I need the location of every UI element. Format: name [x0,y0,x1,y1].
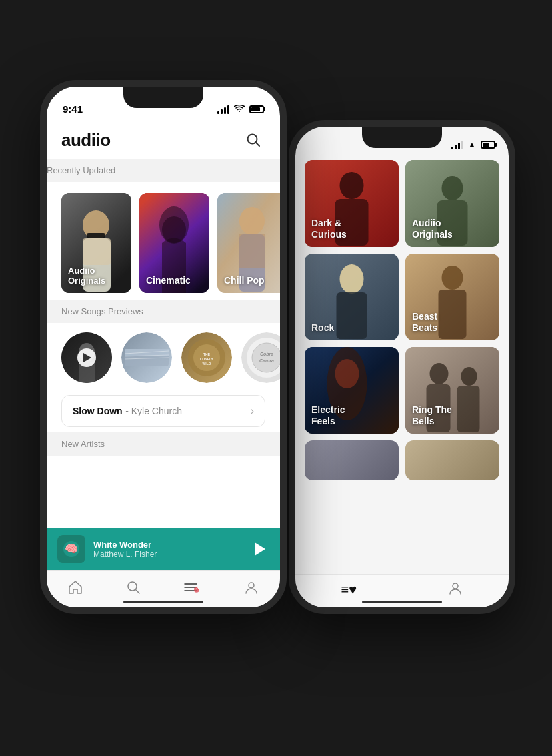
signal-bar-3 [458,143,460,149]
song-separator: - [125,406,131,416]
signal-bar-4 [461,141,463,149]
sb3 [224,107,226,114]
genre-card-electric-feels[interactable]: Electric Feels [305,347,399,434]
signal-bar-1 [451,147,453,149]
svg-point-63 [249,583,254,588]
svg-text:🧠: 🧠 [65,542,78,555]
dark-curious-label: Dark & Curious [311,218,347,240]
front-phone: 9:41 audiio [40,80,287,614]
battery-fill [251,107,260,111]
rock-label: Rock [311,322,334,334]
song-info: Slow Down - Kyle Church [73,405,182,417]
artists-spacer [47,456,280,536]
player-play-triangle [255,542,265,556]
svg-rect-11 [439,290,467,339]
back-nav-profile[interactable] [440,578,471,601]
home-icon [68,580,83,595]
preview-2[interactable] [121,332,172,383]
back-extra-card-2 [405,440,499,480]
back-phone: ▲ [289,120,515,614]
wifi-icon [234,104,245,115]
svg-rect-34 [239,234,265,268]
song-chevron: › [251,405,254,417]
battery [249,105,264,113]
preview-1[interactable] [61,332,112,383]
sb2 [221,109,223,114]
cards-row: Audiio Originals [47,182,280,300]
signal-bars [217,105,229,114]
card-cinematic[interactable]: Cinematic [139,193,209,293]
nav-profile[interactable] [236,577,267,597]
back-battery [481,141,495,149]
svg-rect-27 [83,238,111,265]
ring-the-bells-label: Ring The Bells [412,404,452,427]
card-audiio-label: Audiio Originals [68,266,131,286]
back-home-indicator [362,601,442,603]
card-chill-pop-label: Chill Pop [224,275,265,286]
genre-grid: Dark & Curious [295,153,509,440]
genre-card-beast-beats[interactable]: Beast Beats [405,254,499,340]
back-phone-content: ▲ [295,127,509,607]
svg-point-7 [340,264,364,294]
svg-line-22 [256,143,260,147]
sb4 [227,105,229,114]
svg-text:THE: THE [203,352,211,356]
back-wifi-icon: ▲ [468,140,476,149]
card-audiio-originals[interactable]: Audiio Originals [61,193,131,293]
genre-card-audiio-originals-back[interactable]: Audiio Originals [405,160,499,247]
player-thumbnail: 🧠 [57,535,85,563]
new-songs-label: New Songs Previews [47,300,280,323]
player-track: White Wonder [93,540,240,550]
app-header: audiio [47,119,280,159]
song-title: Slow Down [73,406,123,416]
card-chill-pop[interactable]: Chill Pop [217,193,280,293]
genre-card-ring-the-bells[interactable]: Ring The Bells [405,347,499,434]
svg-point-16 [430,363,449,384]
app-title: audiio [61,130,111,151]
new-artists-label: New Artists [47,432,280,456]
bottom-player[interactable]: 🧠 White Wonder Matthew L. Fisher [47,528,280,570]
back-battery-fill [483,143,489,147]
svg-point-52 [252,343,280,372]
electric-feels-label: Electric Feels [311,404,345,427]
svg-point-4 [442,176,463,200]
back-partial-row [295,440,509,480]
back-library-icon: ≡♥ [341,582,357,597]
audiio-originals-back-label: Audiio Originals [412,218,453,240]
svg-text:Camra: Camra [259,358,274,363]
back-notch [362,127,442,148]
back-nav-library[interactable]: ≡♥ [333,579,365,600]
search-nav-icon [126,580,141,595]
play-triangle-1 [83,353,91,362]
recently-updated-label: Recently Updated [47,159,280,182]
song-artist: Kyle Church [131,406,182,416]
preview-3[interactable]: THE LONELY WILD [181,332,232,383]
front-notch [123,87,203,108]
nav-search[interactable] [118,577,149,597]
nav-home[interactable] [60,577,91,597]
previews-row: THE LONELY WILD Cobra Camra [47,323,280,390]
back-extra-card-1 [305,440,399,480]
back-status-icons: ▲ [451,140,495,149]
back-signal-bars [451,141,463,149]
play-overlay-1 [77,348,96,367]
beast-beats-label: Beast Beats [412,311,437,334]
svg-text:LONELY: LONELY [200,357,213,361]
nav-library[interactable] [175,577,209,597]
search-button[interactable] [241,128,265,152]
card-cinematic-label: Cinematic [146,275,191,286]
player-play-button[interactable] [248,538,269,560]
svg-point-32 [239,207,265,235]
now-playing-row[interactable]: Slow Down - Kyle Church › [61,395,265,427]
genre-card-dark-curious[interactable]: Dark & Curious [305,160,399,247]
svg-point-14 [335,359,359,388]
genre-card-rock[interactable]: Rock [305,254,399,340]
preview-4[interactable]: Cobra Camra [241,332,280,383]
player-info: White Wonder Matthew L. Fisher [93,540,240,559]
signal-bar-2 [455,145,457,149]
svg-text:Cobra: Cobra [260,352,273,356]
svg-point-20 [453,583,458,589]
svg-text:WILD: WILD [203,362,211,366]
sb1 [217,111,219,114]
back-profile-icon [448,581,463,599]
